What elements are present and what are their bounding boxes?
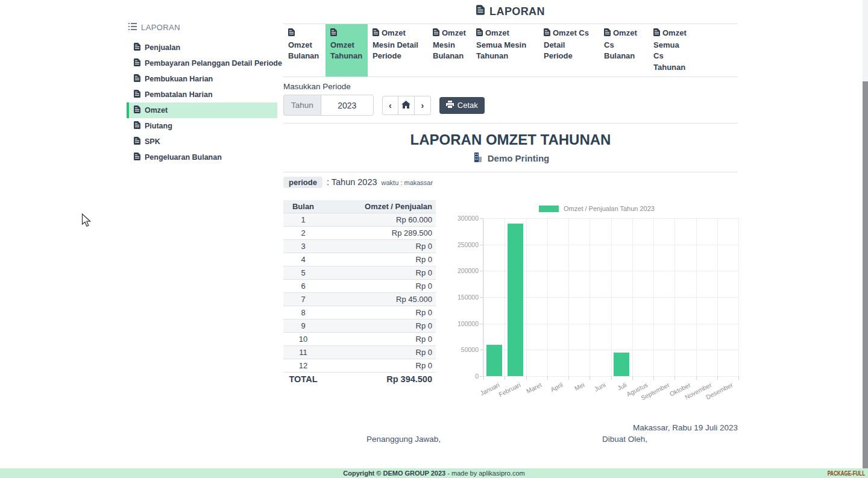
gridline-v — [505, 218, 505, 376]
sidebar-item-pembukuan-harian[interactable]: Pembukuan Harian — [127, 71, 277, 87]
previous-period-button[interactable]: ‹ — [382, 96, 398, 115]
y-tick-label: 150000 — [452, 294, 479, 301]
sidebar-header-label: LAPORAN — [141, 23, 180, 32]
bar-januari — [486, 345, 502, 376]
document-icon — [134, 137, 140, 146]
gridline-v — [738, 218, 739, 376]
y-tick-label: 250000 — [452, 241, 479, 248]
period-form: Masukkan Periode Tahun ‹ › Cetak — [283, 77, 738, 124]
table-row: 11Rp 0 — [283, 346, 436, 359]
print-button[interactable]: Cetak — [439, 97, 485, 114]
tab-omzet-bulanan[interactable]: Omzet Bulanan — [283, 24, 326, 77]
company-logo — [472, 151, 484, 165]
tab-label: Omzet Mesin Detail Periode — [373, 28, 418, 60]
document-icon — [134, 74, 140, 84]
value-cell: Rp 60.000 — [323, 213, 436, 227]
month-cell: 2 — [283, 227, 323, 240]
document-icon — [476, 28, 483, 40]
year-input[interactable] — [321, 95, 374, 116]
gridline-v — [611, 218, 612, 376]
divider — [283, 172, 738, 172]
gridline-v — [568, 218, 569, 376]
sidebar-header: LAPORAN — [128, 23, 277, 32]
tab-omzet-semua-mesin-tahunan[interactable]: Omzet Semua Mesin Tahunan — [471, 24, 539, 77]
year-input-group: Tahun — [283, 95, 374, 116]
gridline-v — [590, 218, 590, 376]
home-period-button[interactable] — [398, 96, 415, 115]
tab-omzet-mesin-bulanan[interactable]: Omzet Mesin Bulanan — [428, 24, 471, 77]
report-date: Makassar, Rabu 19 Juli 2023 — [633, 423, 738, 432]
table-total-row: TOTAL Rp 394.500 — [283, 373, 436, 386]
made-by-text: - made by aplikasipro.com — [445, 470, 524, 477]
tab-label: Omzet Semua Mesin Tahunan — [476, 28, 526, 60]
gridline-v — [547, 218, 548, 376]
table-row: 8Rp 0 — [283, 306, 436, 319]
list-icon — [128, 23, 137, 32]
y-tick-label: 200000 — [452, 267, 479, 274]
sign-right-label: Dibuat Oleh, — [602, 435, 647, 444]
sidebar-item-label: Pengeluaran Bulanan — [145, 153, 222, 162]
omzet-table: Bulan Omzet / Penjualan 1Rp 60.000 2Rp 2… — [283, 200, 436, 386]
table-row: 7Rp 45.000 — [283, 293, 436, 306]
tab-omzet-cs-bulanan[interactable]: Omzet Cs Bulanan — [599, 24, 649, 77]
home-icon — [401, 101, 410, 110]
sidebar-item-pembayaran-pelanggan-detail-periode[interactable]: Pembayaran Pelanggan Detail Periode — [127, 55, 277, 71]
value-cell: Rp 0 — [323, 346, 436, 359]
sidebar-item-omzet[interactable]: Omzet — [127, 102, 277, 118]
month-cell: 12 — [283, 359, 323, 373]
next-period-button[interactable]: › — [415, 96, 431, 115]
gridline-v — [632, 218, 633, 376]
table-row: 12Rp 0 — [283, 359, 436, 373]
table-row: 3Rp 0 — [283, 240, 436, 253]
printer-icon — [446, 101, 454, 110]
period-nav-group: ‹ › — [382, 96, 431, 115]
package-badge: PACKAGE-FULL — [827, 470, 865, 477]
tab-label: Omzet Bulanan — [288, 40, 319, 61]
mouse-cursor — [81, 213, 92, 230]
y-tick-label: 0 — [452, 373, 479, 380]
sidebar: LAPORAN Penjualan Pembayaran Pelanggan D… — [127, 23, 277, 165]
waktu-label: waktu : makassar — [382, 179, 433, 186]
value-cell: Rp 0 — [323, 240, 436, 253]
document-icon — [373, 28, 379, 40]
sign-left-label: Penanggung Jawab, — [366, 435, 441, 444]
document-icon — [134, 121, 140, 131]
sidebar-item-pengeluaran-bulanan[interactable]: Pengeluaran Bulanan — [127, 149, 277, 165]
document-icon — [134, 58, 140, 68]
month-cell: 3 — [283, 240, 323, 253]
sidebar-item-label: Piutang — [145, 122, 172, 130]
table-row: 10Rp 0 — [283, 333, 436, 346]
month-cell: 7 — [283, 293, 323, 306]
tab-omzet-semua-cs-tahunan[interactable]: Omzet Semua Cs Tahunan — [649, 24, 694, 77]
gridline-v — [653, 218, 654, 376]
sidebar-item-pembatalan-harian[interactable]: Pembatalan Harian — [127, 87, 277, 102]
document-icon — [330, 28, 337, 40]
gridline-v — [696, 218, 697, 376]
y-tick-label: 300000 — [452, 215, 479, 222]
sidebar-item-spk[interactable]: SPK — [127, 134, 277, 149]
bar-februari — [508, 224, 523, 376]
document-icon — [433, 28, 439, 40]
chart-legend: Omzet / Penjualan Tahun 2023 — [455, 205, 738, 212]
table-row: 2Rp 289.500 — [283, 227, 436, 240]
tab-omzet-mesin-detail-periode[interactable]: Omzet Mesin Detail Periode — [368, 24, 428, 77]
period-form-label: Masukkan Periode — [283, 82, 738, 91]
report-icon — [476, 5, 485, 18]
value-cell: Rp 0 — [323, 333, 436, 346]
tab-omzet-tahunan[interactable]: Omzet Tahunan — [326, 24, 368, 77]
value-cell: Rp 289.500 — [323, 227, 436, 240]
tab-omzet-cs-detail-periode[interactable]: Omzet Cs Detail Periode — [539, 24, 599, 77]
sidebar-item-piutang[interactable]: Piutang — [127, 118, 277, 134]
main-content: LAPORAN Omzet Bulanan Omzet Tahunan Omze… — [283, 0, 738, 478]
vertical-scrollbar-track[interactable] — [863, 0, 868, 478]
sidebar-item-penjualan[interactable]: Penjualan — [127, 40, 277, 55]
document-icon — [134, 43, 140, 52]
column-header-omzet: Omzet / Penjualan — [323, 200, 436, 213]
month-cell: 10 — [283, 333, 323, 346]
sidebar-item-label: Pembukuan Harian — [145, 75, 213, 83]
report-title: LAPORAN OMZET TAHUNAN — [283, 131, 738, 148]
year-prefix-label: Tahun — [283, 95, 321, 116]
bottom-bar: Copyright © DEMO GROUP 2023 - made by ap… — [0, 468, 868, 478]
vertical-scrollbar-thumb[interactable] — [863, 81, 868, 468]
document-icon — [604, 28, 611, 40]
